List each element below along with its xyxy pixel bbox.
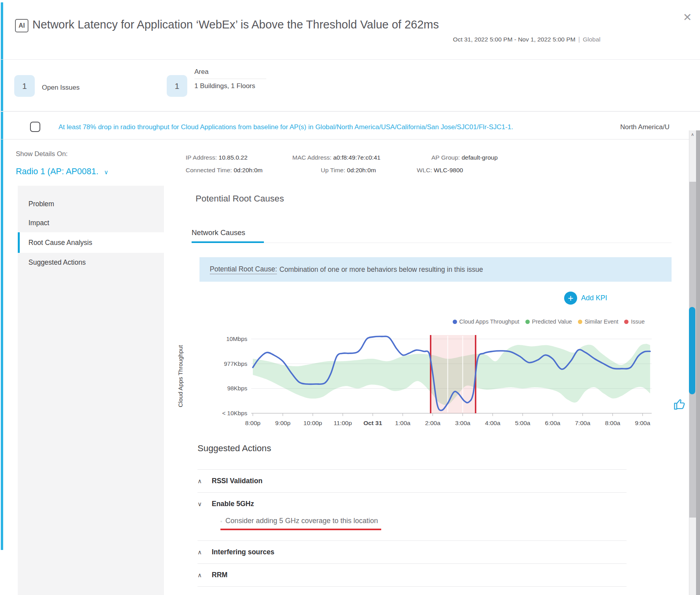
svg-text:10:00p: 10:00p (303, 420, 322, 426)
radio-selector[interactable]: Radio 1 (AP: AP0081.∨ (16, 167, 108, 177)
area-label: Area (194, 68, 209, 76)
chevron-down-icon: ∨ (104, 169, 108, 175)
ai-badge-icon: AI (15, 19, 28, 32)
svg-text:98Kbps: 98Kbps (227, 385, 247, 392)
accordion-end-border (198, 586, 627, 587)
close-icon[interactable]: ✕ (681, 11, 694, 24)
header-divider (0, 59, 700, 60)
date-range: Oct 31, 2022 5:00 PM - Nov 1, 2022 5:00 … (356, 36, 600, 43)
chevron-up-icon: ∧ (198, 549, 212, 556)
sidebar-item-problem[interactable]: Problem (18, 194, 164, 213)
open-issues-count: 1 (14, 75, 35, 97)
svg-text:10Mbps: 10Mbps (226, 335, 247, 342)
issue-link[interactable]: At least 78% drop in radio throughput fo… (58, 123, 580, 131)
sidebar-menu: ProblemImpactRoot Cause AnalysisSuggeste… (18, 186, 164, 272)
tab-network-causes[interactable]: Network Causes (192, 228, 245, 237)
device-field: WLC: WLC-9800 (417, 167, 463, 174)
scrollbar-up-icon[interactable]: ∧ (689, 132, 696, 137)
chevron-up-icon: ∧ (198, 478, 212, 485)
page-title: Network Latency for Application ‘WebEx’ … (32, 18, 585, 31)
chevron-down-icon: ∨ (198, 501, 212, 508)
sidebar: ProblemImpactRoot Cause AnalysisSuggeste… (18, 186, 164, 595)
action-label: Enable 5GHz (212, 500, 254, 508)
action-row-rssi-validation[interactable]: ∧RSSI Validation (198, 469, 627, 492)
svg-text:3:00a: 3:00a (455, 420, 470, 426)
action-row-rrm[interactable]: ∧RRM (198, 563, 627, 586)
issue-details-modal: AI Network Latency for Application ‘WebE… (0, 0, 700, 595)
kpi-chart: 10Mbps977Kbps98Kbps< 10Kbps8:00p9:00p10:… (170, 277, 679, 435)
issue-location: North America/U (620, 123, 670, 131)
svg-text:6:00a: 6:00a (545, 420, 561, 426)
svg-text:9:00a: 9:00a (635, 420, 650, 426)
action-label: Interfering sources (212, 548, 275, 556)
svg-text:7:00a: 7:00a (575, 420, 591, 426)
svg-text:8:00a: 8:00a (605, 420, 620, 426)
svg-text:977Kbps: 977Kbps (224, 360, 247, 367)
svg-text:8:00p: 8:00p (245, 420, 261, 426)
sidebar-item-root-cause-analysis[interactable]: Root Cause Analysis (18, 232, 164, 253)
device-field: Up Time: 0d:20h:0m (321, 167, 376, 174)
svg-text:5:00a: 5:00a (515, 420, 531, 426)
tab-active-underline (192, 241, 264, 243)
suggested-actions-accordion: ∧RSSI Validation∨Enable 5GHz◦Consider ad… (198, 469, 627, 587)
separator: | (578, 36, 580, 43)
sidebar-item-suggested-actions[interactable]: Suggested Actions (18, 253, 164, 272)
scope-label: Global (583, 36, 600, 43)
root-cause-text: Combination of one or more behaviors bel… (279, 265, 483, 274)
action-label: RSSI Validation (212, 477, 262, 485)
show-details-label: Show Details On: (16, 150, 68, 158)
svg-text:< 10Kbps: < 10Kbps (222, 410, 247, 416)
root-cause-term[interactable]: Potential Root Cause: (210, 265, 277, 274)
action-row-enable-5ghz[interactable]: ∨Enable 5GHz (198, 492, 627, 515)
area-divider (194, 79, 266, 79)
svg-text:Oct 31: Oct 31 (363, 420, 382, 426)
action-sub-item-link[interactable]: ◦Consider adding 5 GHz coverage to this … (220, 517, 381, 530)
radio-selector-value: Radio 1 (AP: AP0081. (16, 167, 98, 176)
window-scrollbar[interactable] (696, 130, 700, 595)
device-field: Connected Time: 0d:20h:0m (186, 167, 263, 174)
device-field: IP Address: 10.85.0.22 (186, 154, 248, 161)
scrollbar-thumb[interactable] (689, 307, 695, 394)
open-issues-label: Open Issues (42, 84, 79, 92)
suggested-actions-heading: Suggested Actions (198, 443, 271, 454)
bullet-icon: ◦ (220, 518, 222, 524)
device-field: MAC Address: a0:f8:49:7e:c0:41 (292, 154, 380, 161)
device-field: AP Group: default-group (431, 154, 498, 161)
action-label: RRM (212, 571, 228, 579)
chevron-up-icon: ∧ (198, 572, 212, 579)
area-detail: 1 Buildings, 1 Floors (194, 82, 255, 90)
svg-text:9:00p: 9:00p (275, 420, 291, 426)
area-count: 1 (167, 75, 187, 97)
svg-text:4:00a: 4:00a (485, 420, 501, 426)
summary-divider (0, 111, 700, 112)
svg-text:2:00a: 2:00a (425, 420, 440, 426)
svg-text:1:00a: 1:00a (395, 420, 410, 426)
potential-root-causes-heading: Potential Root Causes (196, 194, 284, 204)
content-top-border (0, 139, 689, 139)
action-row-interfering-sources[interactable]: ∧Interfering sources (198, 540, 627, 563)
svg-text:Cloud Apps Throughput: Cloud Apps Throughput (177, 345, 184, 407)
action-sub-item: ◦Consider adding 5 GHz coverage to this … (198, 515, 627, 540)
issue-checkbox[interactable] (30, 122, 40, 132)
sidebar-item-impact[interactable]: Impact (18, 213, 164, 232)
svg-text:11:00p: 11:00p (334, 420, 352, 426)
thumbs-up-icon[interactable] (672, 397, 687, 412)
left-accent-bar (1, 2, 3, 550)
action-sub-item-text: Consider adding 5 GHz coverage to this l… (226, 517, 378, 525)
date-range-text: Oct 31, 2022 5:00 PM - Nov 1, 2022 5:00 … (453, 36, 576, 43)
